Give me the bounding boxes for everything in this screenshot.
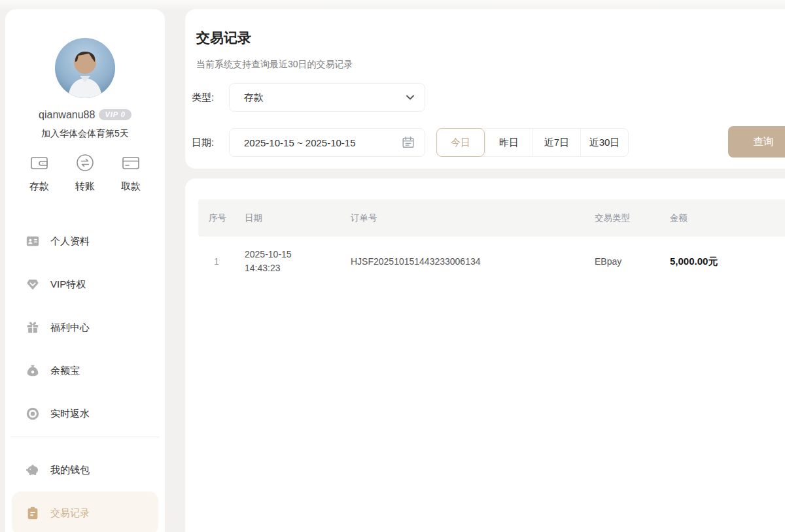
chevron-down-icon	[405, 92, 415, 103]
cell-amount: 5,000.00元	[659, 256, 785, 268]
sidebar-item-rebate[interactable]: 实时返水	[12, 392, 158, 435]
clipboard-icon	[25, 505, 41, 521]
type-filter-label: 类型:	[192, 91, 214, 104]
sidebar-item-label: VIP特权	[50, 278, 86, 291]
sidebar-menu-bottom: 我的钱包 交易记录	[12, 448, 158, 532]
sidebar-item-label: 实时返水	[50, 408, 90, 420]
withdraw-card-icon	[120, 152, 142, 174]
filter-panel: 交易记录 当前系统支持查询最近30日的交易记录 类型: 存款 日期: 2025-…	[185, 9, 785, 169]
range-7days-button[interactable]: 近7日	[532, 129, 580, 156]
cell-date-time: 14:43:23	[245, 261, 340, 275]
transactions-table: 序号 日期 订单号 交易类型 金额 1 2025-10-15 14:43:23 …	[198, 199, 785, 286]
calendar-icon	[401, 135, 415, 150]
quick-range-group: 今日 昨日 近7日 近30日	[436, 128, 629, 157]
transactions-panel: 序号 日期 订单号 交易类型 金额 1 2025-10-15 14:43:23 …	[185, 178, 785, 532]
piggy-bank-icon	[25, 462, 41, 478]
cell-date-day: 2025-10-15	[245, 248, 340, 261]
cell-date: 2025-10-15 14:43:23	[234, 248, 340, 275]
range-label: 今日	[451, 137, 470, 149]
transfer-icon	[74, 152, 96, 174]
quick-action-withdraw[interactable]: 取款	[113, 152, 149, 193]
quick-action-deposit[interactable]: 存款	[21, 152, 58, 193]
date-filter-label: 日期:	[192, 137, 214, 149]
avatar	[55, 38, 115, 98]
account-page: qianwanu88VIP 0 加入华体会体育第5天 存款	[0, 0, 785, 532]
col-header-date: 日期	[234, 212, 340, 224]
coin-icon	[25, 406, 41, 422]
username: qianwanu88	[39, 109, 95, 120]
sidebar-item-label: 福利中心	[50, 322, 90, 334]
range-label: 近7日	[544, 137, 569, 149]
range-label: 近30日	[589, 137, 620, 149]
quick-actions: 存款 转账	[5, 152, 165, 193]
sidebar-item-wallet[interactable]: 我的钱包	[12, 448, 158, 491]
range-label: 昨日	[499, 137, 519, 149]
gift-icon	[25, 320, 41, 335]
user-row: qianwanu88VIP 0	[5, 109, 165, 121]
vip-gem-icon	[25, 276, 41, 292]
range-today-button[interactable]: 今日	[436, 128, 485, 157]
quick-action-label: 转账	[75, 180, 95, 193]
sidebar: qianwanu88VIP 0 加入华体会体育第5天 存款	[5, 9, 165, 532]
range-30days-button[interactable]: 近30日	[580, 129, 628, 156]
sidebar-item-profile[interactable]: 个人资料	[12, 220, 158, 263]
sidebar-item-label: 余额宝	[50, 365, 80, 377]
join-days-text: 加入华体会体育第5天	[5, 128, 165, 140]
cell-index: 1	[198, 256, 234, 267]
cell-order-no: HJSF202510151443233006134	[340, 256, 584, 267]
range-yesterday-button[interactable]: 昨日	[485, 129, 532, 156]
page-title: 交易记录	[196, 29, 251, 47]
quick-action-label: 存款	[29, 180, 49, 193]
sidebar-item-label: 个人资料	[50, 235, 90, 248]
type-select[interactable]: 存款	[229, 83, 425, 112]
sidebar-menu: 个人资料 VIP特权 福利中心 余额宝	[12, 220, 158, 435]
sidebar-item-vip[interactable]: VIP特权	[12, 263, 158, 306]
col-header-type: 交易类型	[584, 212, 659, 224]
quick-action-transfer[interactable]: 转账	[67, 152, 103, 193]
sidebar-item-yuebao[interactable]: 余额宝	[12, 349, 158, 392]
sidebar-item-label: 我的钱包	[50, 464, 90, 476]
sidebar-divider	[10, 437, 160, 437]
date-range-input[interactable]: 2025-10-15 ~ 2025-10-15	[229, 128, 425, 157]
vip-badge: VIP 0	[99, 109, 131, 120]
money-bag-icon	[25, 363, 41, 378]
col-header-order-no: 订单号	[340, 212, 584, 224]
sidebar-item-welfare[interactable]: 福利中心	[12, 306, 158, 349]
quick-action-label: 取款	[121, 180, 141, 193]
table-row: 1 2025-10-15 14:43:23 HJSF20251015144323…	[198, 237, 785, 286]
col-header-index: 序号	[198, 212, 234, 224]
table-header-row: 序号 日期 订单号 交易类型 金额	[198, 199, 785, 237]
type-select-value: 存款	[244, 91, 264, 104]
date-range-value: 2025-10-15 ~ 2025-10-15	[244, 137, 356, 148]
col-header-amount: 金额	[659, 212, 785, 224]
sidebar-item-transactions[interactable]: 交易记录	[12, 491, 158, 532]
sidebar-item-label: 交易记录	[50, 507, 90, 520]
page-subtitle: 当前系统支持查询最近30日的交易记录	[196, 59, 353, 71]
search-button[interactable]: 查询	[728, 126, 785, 158]
cell-type: EBpay	[584, 256, 659, 267]
id-card-icon	[25, 233, 41, 249]
wallet-icon	[28, 152, 50, 174]
